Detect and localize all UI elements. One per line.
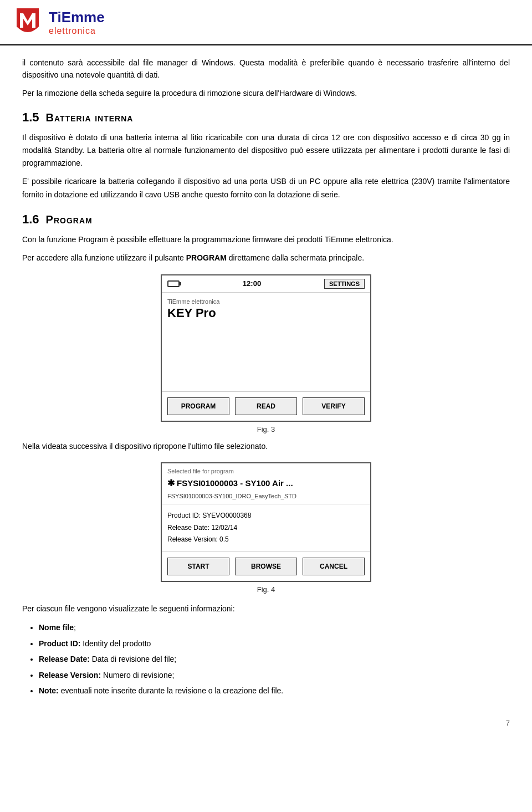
product-id-label: Product ID: xyxy=(167,512,202,519)
list-item: Release Version: Numero di revisione; xyxy=(39,669,510,681)
fig4-container: Selected file for program ✱ FSYSI0100000… xyxy=(22,462,510,597)
release-version-row: Release Version: 0.5 xyxy=(167,534,365,546)
logo-elettronica: elettronica xyxy=(49,26,105,36)
program-button[interactable]: PROGRAM xyxy=(167,397,229,415)
page-header: TiEmme elettronica xyxy=(0,0,532,45)
intro-para-2: Per la rimozione della scheda seguire la… xyxy=(22,87,510,99)
section-16-access-end: direttamene dalla schermata principale. xyxy=(227,253,364,262)
device-top-bar: 12:00 SETTINGS xyxy=(162,275,370,293)
release-version-label: Release Version: xyxy=(167,535,219,543)
list-item: Release Date: Data di revisione del file… xyxy=(39,653,510,665)
release-date-label: Release Date: xyxy=(167,524,211,532)
file-short-name: FSYSI01000003 - SY100 Air ... xyxy=(177,478,293,488)
section-16-number: 1.6 xyxy=(22,212,39,227)
release-date-value: 12/02/14 xyxy=(211,524,237,532)
device-screen-fig3: 12:00 SETTINGS TiEmme elettronica KEY Pr… xyxy=(161,274,371,422)
device-product: KEY Pro xyxy=(162,305,370,325)
browse-button[interactable]: BROWSE xyxy=(235,558,297,575)
product-id-value: SYEVO0000368 xyxy=(202,512,251,519)
section-15-number: 1.5 xyxy=(22,110,39,125)
main-content: il contenuto sarà accessibile dal file m… xyxy=(0,45,532,713)
cancel-button[interactable]: CANCEL xyxy=(303,558,365,575)
device-bottom-buttons-fig4: START BROWSE CANCEL xyxy=(162,552,370,581)
star-icon: ✱ xyxy=(167,478,175,488)
list-item: Product ID: Identity del prodotto xyxy=(39,637,510,650)
read-button[interactable]: READ xyxy=(235,397,297,415)
file-selected-header: Selected file for program xyxy=(162,463,370,477)
release-date-row: Release Date: 12/02/14 xyxy=(167,522,365,534)
fig4-caption: Fig. 4 xyxy=(257,585,275,594)
section-15-para-1: Il dispositivo è dotato di una batteria … xyxy=(22,131,510,170)
section-16-heading: 1.6 Program xyxy=(22,212,510,227)
after-fig4-text: Per ciascun file vengono visualizzate le… xyxy=(22,602,510,615)
section-16-intro: Con la funzione Program è possibile effe… xyxy=(22,233,510,246)
file-info-block: Product ID: SYEVO0000368 Release Date: 1… xyxy=(162,504,370,552)
section-16-access-note: Per accedere alla funzione utilizzare il… xyxy=(22,253,186,262)
section-16-access-bold: PROGRAM xyxy=(186,253,227,262)
device-body-area xyxy=(162,325,370,391)
device-bottom-buttons: PROGRAM READ VERIFY xyxy=(162,391,370,421)
logo-text: TiEmme elettronica xyxy=(49,9,105,36)
device-brand: TiEmme elettronica xyxy=(162,293,370,305)
start-button[interactable]: START xyxy=(167,558,229,575)
verify-button[interactable]: VERIFY xyxy=(303,397,365,415)
section-15-heading: 1.5 Batteria interna xyxy=(22,110,510,125)
file-full-name: FSYSI01000003-SY100_IDRO_EasyTech_STD xyxy=(162,492,370,504)
info-bullet-list: Nome file;Product ID: Identity del prodo… xyxy=(39,621,510,697)
between-fig-text: Nella videata successiva il dispositivo … xyxy=(22,440,510,452)
device-time: 12:00 xyxy=(243,279,261,288)
logo-tiemme: TiEmme xyxy=(49,9,105,26)
section-16-title: Program xyxy=(46,213,93,226)
release-version-value: 0.5 xyxy=(219,535,229,543)
fig3-caption: Fig. 3 xyxy=(257,425,275,433)
list-item: Note: eventuali note inserite durante la… xyxy=(39,685,510,697)
device-screen-fig4: Selected file for program ✱ FSYSI0100000… xyxy=(161,462,371,582)
section-16-access: Per accedere alla funzione utilizzare il… xyxy=(22,252,510,264)
page-number: 7 xyxy=(0,713,532,733)
product-id-row: Product ID: SYEVO0000368 xyxy=(167,510,365,522)
section-15-para-2: E' possibile ricaricare la batteria coll… xyxy=(22,175,510,201)
logo: TiEmme elettronica xyxy=(11,6,105,39)
fig3-container: 12:00 SETTINGS TiEmme elettronica KEY Pr… xyxy=(22,274,510,437)
list-item: Nome file; xyxy=(39,621,510,634)
settings-button[interactable]: SETTINGS xyxy=(324,279,365,289)
file-selected-name: ✱ FSYSI01000003 - SY100 Air ... xyxy=(162,477,370,492)
battery-icon xyxy=(167,280,180,287)
logo-icon xyxy=(11,6,44,39)
intro-para-1: il contenuto sarà accessibile dal file m… xyxy=(22,57,510,81)
section-15-title: Batteria interna xyxy=(46,111,134,124)
